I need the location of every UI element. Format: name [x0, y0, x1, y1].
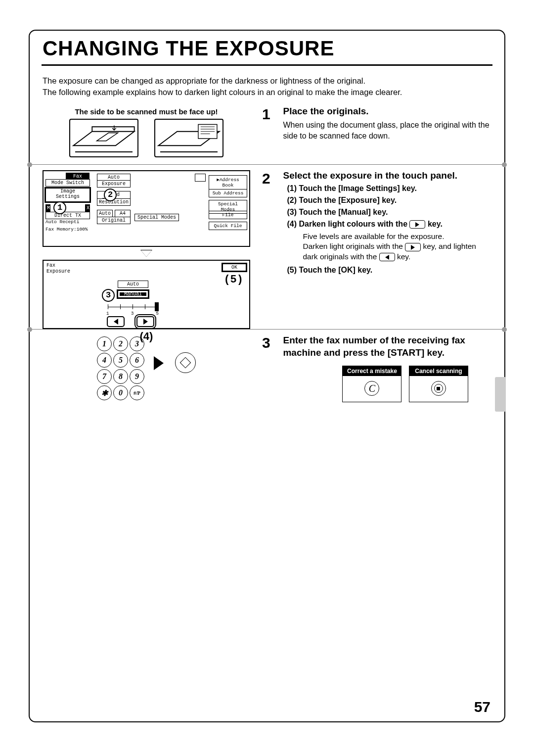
p-subaddr[interactable]: Sub Address: [209, 189, 247, 197]
numeric-keypad: 1 2 3 4 5 6 7 8 9 ✱ 0 #/P: [97, 336, 144, 400]
p2-fax: Fax: [46, 263, 55, 268]
down-arrow-icon: [140, 250, 152, 257]
key-star[interactable]: ✱: [97, 385, 112, 400]
step2-s4-detail: Five levels are available for the exposu…: [303, 232, 490, 261]
then-arrow-icon: [154, 356, 164, 370]
key-6[interactable]: 6: [130, 353, 144, 368]
step2-s1: (1) Touch the [Image Settings] key.: [287, 184, 490, 193]
key-7[interactable]: 7: [97, 369, 112, 384]
key-hash[interactable]: #/P: [130, 385, 144, 400]
scanner-diagram: The side to be scanned must be face up!: [43, 107, 250, 157]
intro-line1: The exposure can be changed as appropria…: [43, 75, 491, 87]
step3: 3 Enter the fax number of the receiving …: [262, 334, 491, 402]
exposure-slider: 1 3 5: [108, 303, 157, 310]
intro-line2: The following example explains how to da…: [43, 87, 491, 98]
callout-2: 2: [104, 188, 117, 201]
callout-1: 1: [53, 201, 66, 214]
p-mode: Mode Switch: [45, 179, 90, 187]
darken-key-icon2: [405, 243, 421, 251]
start-button[interactable]: [175, 352, 196, 373]
lighten-button[interactable]: [107, 316, 125, 327]
p-imagesettings[interactable]: ImageSettings: [45, 188, 90, 202]
cancel-label: Cancel scanning: [409, 366, 468, 376]
panel-exposure: Fax Exposure OK Auto Manual 1 3 5 3 (5): [43, 260, 250, 329]
p-direct: Direct TX: [45, 212, 90, 219]
step2-s5: (5) Touch the [OK] key.: [287, 266, 490, 275]
preview-icon: [195, 174, 206, 182]
key-2[interactable]: 2: [113, 336, 128, 351]
key-8[interactable]: 8: [113, 369, 128, 384]
stop-button[interactable]: [431, 381, 446, 396]
p-file[interactable]: File: [209, 211, 247, 219]
key-0[interactable]: 0: [113, 385, 128, 400]
p2-auto[interactable]: Auto: [118, 281, 148, 288]
p-addr[interactable]: ▶Address Book: [209, 175, 247, 189]
step2: 2 Select the exposure in the touch panel…: [262, 170, 491, 278]
p-m: M: [45, 204, 50, 212]
darken-button[interactable]: [136, 316, 154, 327]
p2-ok[interactable]: OK: [222, 264, 246, 271]
panel-main: Fax Mode Switch Auto Exposure ImageSetti…: [43, 170, 250, 247]
separator-2: [30, 329, 504, 330]
p-specialmodes: Special Modes: [134, 214, 179, 221]
correct-box: Correct a mistake C: [342, 366, 401, 402]
touch-panels: Fax Mode Switch Auto Exposure ImageSetti…: [43, 170, 250, 343]
step1-text: When using the document glass, place the…: [283, 120, 490, 141]
key-9[interactable]: 9: [130, 369, 144, 384]
step3-title: Enter the fax number of the receiving fa…: [283, 334, 490, 359]
scanner-glass: [154, 119, 223, 157]
lighten-key-icon: [379, 253, 395, 261]
p-quick[interactable]: Quick File: [209, 222, 247, 230]
cancel-box: Cancel scanning: [409, 366, 468, 402]
p2-exposure: Exposure: [46, 269, 70, 274]
page-number: 57: [474, 699, 490, 715]
separator-1: [30, 164, 504, 165]
keypad-diagram: 1 2 3 4 5 6 7 8 9 ✱ 0 #/P: [43, 336, 250, 406]
intro-block: The exposure can be changed as appropria…: [43, 75, 491, 98]
scanner-wrap: [43, 119, 250, 157]
step2-s2: (2) Touch the [Exposure] key.: [287, 196, 490, 205]
key-3[interactable]: 3: [130, 336, 144, 351]
callout-5: (5): [223, 274, 243, 286]
p-x: X: [85, 204, 90, 212]
correct-label: Correct a mistake: [343, 366, 401, 376]
darken-key-icon: [409, 220, 425, 229]
page-title: CHANGING THE EXPOSURE: [43, 37, 334, 60]
p2-manual[interactable]: Manual: [118, 290, 148, 298]
p-a4: A4: [115, 210, 131, 217]
p-original: Original: [97, 217, 131, 224]
step3-num: 3: [262, 334, 281, 351]
title-rule: [42, 64, 492, 66]
section-tab: [495, 377, 506, 412]
key-4[interactable]: 4: [97, 353, 112, 368]
p-auto2: Auto: [97, 210, 113, 217]
step1-title: Place the originals.: [283, 106, 490, 117]
p-mem: Fax Memory:100%: [45, 227, 88, 232]
step1: 1 Place the originals. When using the do…: [262, 106, 491, 141]
callout-3: 3: [102, 288, 115, 302]
key-5[interactable]: 5: [113, 353, 128, 368]
key-1[interactable]: 1: [97, 336, 112, 351]
step2-s4: (4) Darken light colours with the key.: [287, 220, 490, 229]
scanner-adf: [69, 119, 138, 157]
faceup-note: The side to be scanned must be face up!: [43, 107, 250, 116]
p-autorecept: Auto Recepti: [45, 219, 79, 225]
step2-num: 2: [262, 170, 281, 187]
page-frame: CHANGING THE EXPOSURE The exposure can b…: [29, 30, 505, 722]
step2-title: Select the exposure in the touch panel.: [283, 170, 490, 181]
step1-num: 1: [262, 106, 281, 123]
p-exposure: Exposure: [97, 180, 131, 188]
clear-button[interactable]: C: [364, 381, 379, 396]
step2-s3: (3) Touch the [Manual] key.: [287, 208, 490, 217]
